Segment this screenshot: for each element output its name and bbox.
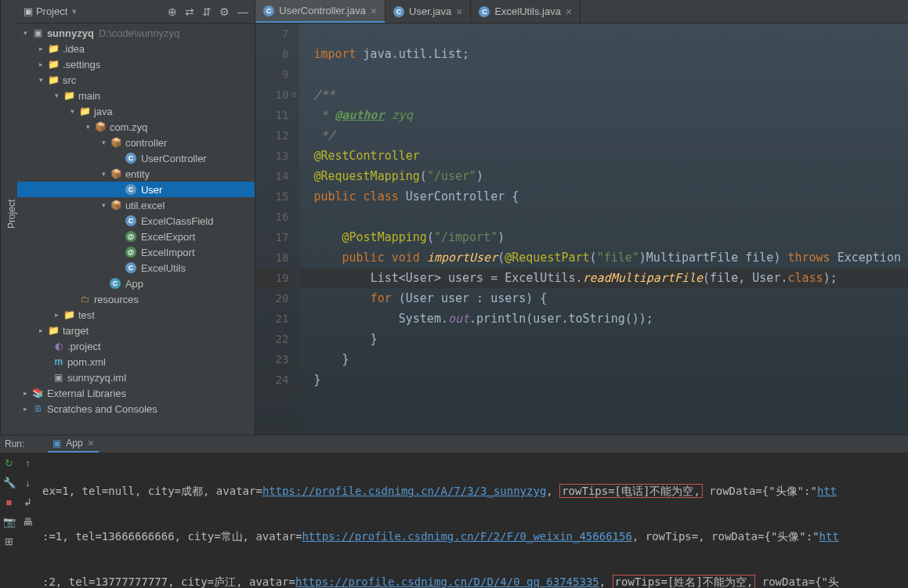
print-icon[interactable]: 🖶 xyxy=(23,516,33,528)
expand-icon[interactable]: ⇄ xyxy=(185,5,194,18)
tree-settings[interactable]: ▸📁.settings xyxy=(17,56,255,72)
interface-icon: @ xyxy=(125,247,136,258)
class-icon: C xyxy=(263,5,274,16)
close-icon[interactable]: × xyxy=(88,437,94,449)
tree-scratches[interactable]: ▸🗎Scratches and Consoles xyxy=(17,401,255,417)
dropdown-icon[interactable]: ▼ xyxy=(71,8,78,16)
tree-user[interactable]: CUser xyxy=(17,182,255,197)
close-icon[interactable]: × xyxy=(456,5,462,18)
tree-excelutils[interactable]: CExcelUtils xyxy=(17,260,255,276)
tree-iml[interactable]: ▣sunnyzyq.iml xyxy=(17,370,255,385)
run-label: Run: xyxy=(5,438,24,449)
class-icon: C xyxy=(393,6,404,17)
run-toolbar-left: ↻ 🔧 ■ 📷 ⊞ xyxy=(0,453,19,588)
run-panel: Run: ▣App× ↻ 🔧 ■ 📷 ⊞ ↑ ↓ ↲ 🖶 ex=1, tel=n… xyxy=(0,435,908,588)
rerun-icon[interactable]: ↻ xyxy=(5,457,13,469)
tree-pom[interactable]: mpom.xml xyxy=(17,354,255,370)
tree-package[interactable]: ▾📦com.zyq xyxy=(17,119,255,135)
code-content[interactable]: import java.util.List; /** * @author zyq… xyxy=(299,23,908,435)
tab-usercontroller[interactable]: CUserController.java× xyxy=(255,0,385,23)
collapse-icon[interactable]: ⇵ xyxy=(202,5,212,18)
tree-src[interactable]: ▾📁src xyxy=(17,72,255,88)
fold-icon[interactable]: ⊟ xyxy=(291,85,296,105)
tree-test[interactable]: ▸📁test xyxy=(17,307,255,323)
run-tab-app[interactable]: ▣App× xyxy=(48,435,99,453)
class-icon: C xyxy=(479,6,490,17)
run-console[interactable]: ex=1, tel=null, city=成都, avatar=https://… xyxy=(38,453,908,588)
class-icon: C xyxy=(125,184,136,195)
project-header-title: Project xyxy=(36,5,67,17)
sidebar-tab-project[interactable]: Project xyxy=(0,0,17,435)
editor-tabs: CUserController.java× CUser.java× CExcel… xyxy=(255,0,908,23)
close-icon[interactable]: × xyxy=(371,5,377,17)
class-icon: C xyxy=(125,262,136,273)
gear-icon[interactable]: ⚙ xyxy=(219,5,230,18)
code-editor[interactable]: 7 8 9 10⊟ 11 12 13 14 15 16 17 18 19 20 … xyxy=(255,23,908,435)
project-header-icon: ▣ xyxy=(24,5,33,17)
layout-icon[interactable]: ⊞ xyxy=(5,536,13,547)
interface-icon: @ xyxy=(125,231,136,242)
tree-controller[interactable]: ▾📦controller xyxy=(17,135,255,150)
project-tree: ▾▣sunnyzyqD:\code\sunnyzyq ▸📁.idea ▸📁.se… xyxy=(17,23,255,435)
tree-main[interactable]: ▾📁main xyxy=(17,88,255,103)
camera-icon[interactable]: 📷 xyxy=(3,516,16,528)
project-panel-header: ▣ Project ▼ ⊕ ⇄ ⇵ ⚙ — xyxy=(17,0,255,23)
tree-resources[interactable]: 🗀resources xyxy=(17,291,255,307)
line-gutter: 7 8 9 10⊟ 11 12 13 14 15 16 17 18 19 20 … xyxy=(255,23,299,435)
stop-icon[interactable]: ■ xyxy=(6,496,13,508)
tree-excelimport[interactable]: @ExcelImport xyxy=(17,244,255,260)
tree-target[interactable]: ▸📁target xyxy=(17,323,255,338)
tab-excelutils[interactable]: CExcelUtils.java× xyxy=(471,0,581,23)
close-icon[interactable]: × xyxy=(566,5,572,18)
wrench-icon[interactable]: 🔧 xyxy=(3,477,16,489)
project-panel: ▣ Project ▼ ⊕ ⇄ ⇵ ⚙ — ▾▣sunnyzyqD:\code\… xyxy=(17,0,255,435)
class-icon: C xyxy=(125,215,136,226)
tab-user[interactable]: CUser.java× xyxy=(385,0,471,23)
hide-icon[interactable]: — xyxy=(237,5,248,18)
wrap-icon[interactable]: ↲ xyxy=(24,496,32,508)
down-icon[interactable]: ↓ xyxy=(25,477,31,489)
tree-app[interactable]: CApp xyxy=(17,276,255,291)
tree-projectfile[interactable]: ◐.project xyxy=(17,338,255,354)
tree-entity[interactable]: ▾📦entity xyxy=(17,166,255,182)
tree-root[interactable]: ▾▣sunnyzyqD:\code\sunnyzyq xyxy=(17,25,255,41)
run-toolbar-right: ↑ ↓ ↲ 🖶 xyxy=(19,453,38,588)
tree-extlib[interactable]: ▸📚External Libraries xyxy=(17,385,255,401)
class-icon: C xyxy=(125,153,136,164)
up-icon[interactable]: ↑ xyxy=(25,457,31,469)
tree-excelexport[interactable]: @ExcelExport xyxy=(17,229,255,244)
tree-usercontroller[interactable]: CUserController xyxy=(17,150,255,166)
tree-utilexcel[interactable]: ▾📦util.excel xyxy=(17,197,255,213)
tree-idea[interactable]: ▸📁.idea xyxy=(17,41,255,56)
tree-excelclassfield[interactable]: CExcelClassField xyxy=(17,213,255,229)
class-icon: C xyxy=(110,278,121,289)
editor-area: CUserController.java× CUser.java× CExcel… xyxy=(255,0,908,435)
run-header: Run: ▣App× xyxy=(0,435,908,453)
locate-icon[interactable]: ⊕ xyxy=(168,5,177,18)
tree-java[interactable]: ▾📁java xyxy=(17,103,255,119)
